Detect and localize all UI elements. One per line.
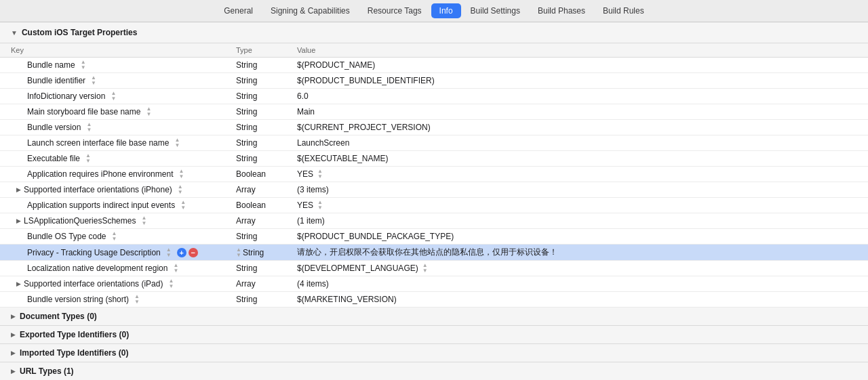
- table-row[interactable]: Bundle OS Type code▲▼String$(PRODUCT_BUN…: [0, 229, 868, 245]
- row-value-1: $(PRODUCT_BUNDLE_IDENTIFIER): [292, 73, 868, 89]
- table-row[interactable]: ▶LSApplicationQueriesSchemes▲▼Array(1 it…: [0, 213, 868, 229]
- row-type-15: String: [231, 292, 292, 308]
- table-row[interactable]: InfoDictionary version▲▼String6.0: [0, 89, 868, 104]
- table-row[interactable]: Executable file▲▼String$(EXECUTABLE_NAME…: [0, 151, 868, 167]
- row-value-text: YES: [297, 169, 313, 179]
- stepper-icon[interactable]: ▲▼: [85, 153, 91, 164]
- row-key-11: Bundle OS Type code▲▼: [0, 229, 231, 245]
- value-stepper-icon[interactable]: ▲▼: [317, 200, 323, 211]
- exported-type-section[interactable]: ▶ Exported Type Identifiers (0): [0, 326, 868, 344]
- custom-ios-header[interactable]: ▼ Custom iOS Target Properties: [0, 22, 868, 43]
- row-type-10: Array: [231, 213, 292, 229]
- row-type-9: Boolean: [231, 198, 292, 213]
- table-row[interactable]: Privacy - Tracking Usage Description▲▼+−…: [0, 245, 868, 261]
- stepper-icon[interactable]: ▲▼: [141, 215, 146, 226]
- tab-resource-tags[interactable]: Resource Tags: [359, 3, 430, 18]
- stepper-icon[interactable]: ▲▼: [166, 247, 172, 258]
- stepper-icon[interactable]: ▲▼: [91, 75, 96, 86]
- row-key-text: LSApplicationQueriesSchemes: [24, 216, 136, 226]
- header-key: Key: [0, 43, 231, 58]
- row-value-14: (4 items): [292, 276, 868, 292]
- table-row[interactable]: Application supports indirect input even…: [0, 198, 868, 213]
- tab-general[interactable]: General: [216, 3, 261, 18]
- tab-signing[interactable]: Signing & Capabilities: [262, 3, 358, 18]
- custom-ios-expand-arrow: ▼: [11, 29, 18, 37]
- row-type-0: String: [231, 58, 292, 73]
- stepper-icon[interactable]: ▲▼: [112, 231, 117, 242]
- row-type-1: String: [231, 73, 292, 89]
- row-key-text: Bundle name: [27, 60, 75, 70]
- table-row[interactable]: Launch screen interface file base name▲▼…: [0, 135, 868, 151]
- row-value-12[interactable]: 请放心，开启权限不会获取你在其他站点的隐私信息，仅用于标识设备！: [292, 245, 868, 261]
- row-type-2: String: [231, 89, 292, 104]
- document-types-arrow: ▶: [11, 313, 16, 320]
- row-value-text: $(PRODUCT_NAME): [297, 60, 375, 70]
- table-row[interactable]: Main storyboard file base name▲▼StringMa…: [0, 104, 868, 120]
- properties-table: Key Type Value Bundle name▲▼String$(PROD…: [0, 43, 868, 308]
- edit-add-icon[interactable]: +: [177, 248, 186, 257]
- row-value-text: $(CURRENT_PROJECT_VERSION): [297, 123, 431, 132]
- custom-ios-section: ▼ Custom iOS Target Properties Key Type …: [0, 22, 868, 308]
- stepper-icon[interactable]: ▲▼: [146, 106, 151, 117]
- edit-remove-icon[interactable]: −: [189, 248, 198, 257]
- value-stepper-icon[interactable]: ▲▼: [317, 169, 323, 180]
- table-row[interactable]: Bundle identifier▲▼String$(PRODUCT_BUNDL…: [0, 73, 868, 89]
- expand-arrow-icon[interactable]: ▶: [16, 217, 21, 224]
- table-row[interactable]: Bundle version string (short)▲▼String$(M…: [0, 292, 868, 308]
- stepper-icon[interactable]: ▲▼: [134, 294, 140, 305]
- table-row[interactable]: ▶Supported interface orientations (iPad)…: [0, 276, 868, 292]
- row-type-13: String: [231, 261, 292, 276]
- expand-arrow-icon[interactable]: ▶: [16, 186, 21, 193]
- row-key-text: Localization native development region: [27, 263, 167, 273]
- row-key-text: Supported interface orientations (iPhone…: [24, 185, 172, 194]
- row-key-text: Main storyboard file base name: [27, 107, 140, 117]
- expand-arrow-icon[interactable]: ▶: [16, 280, 21, 287]
- table-row[interactable]: Localization native development region▲▼…: [0, 261, 868, 276]
- row-type-8: Array: [231, 182, 292, 198]
- row-type-3: String: [231, 104, 292, 120]
- document-types-section[interactable]: ▶ Document Types (0): [0, 308, 868, 326]
- tab-info[interactable]: Info: [431, 3, 461, 18]
- tab-build-rules[interactable]: Build Rules: [595, 3, 652, 18]
- row-key-1: Bundle identifier▲▼: [0, 73, 231, 89]
- row-value-7: YES▲▼: [292, 167, 868, 182]
- row-key-6: Executable file▲▼: [0, 151, 231, 167]
- row-value-text: Main: [297, 107, 315, 117]
- header-type: Type: [231, 43, 292, 58]
- row-value-13: $(DEVELOPMENT_LANGUAGE)▲▼: [292, 261, 868, 276]
- stepper-icon[interactable]: ▲▼: [111, 91, 116, 102]
- row-key-text: InfoDictionary version: [27, 91, 105, 101]
- table-row[interactable]: Bundle version▲▼String$(CURRENT_PROJECT_…: [0, 120, 868, 135]
- row-value-text: (4 items): [297, 279, 329, 289]
- stepper-icon[interactable]: ▲▼: [81, 60, 86, 70]
- header-value: Value: [292, 43, 868, 58]
- row-key-text: Bundle version string (short): [27, 295, 129, 304]
- stepper-icon[interactable]: ▲▼: [178, 169, 184, 180]
- stepper-icon[interactable]: ▲▼: [173, 263, 178, 274]
- row-key-5: Launch screen interface file base name▲▼: [0, 135, 231, 151]
- url-types-section[interactable]: ▶ URL Types (1): [0, 362, 868, 380]
- row-value-10: (1 item): [292, 213, 868, 229]
- row-value-text: $(MARKETING_VERSION): [297, 295, 397, 304]
- row-key-13: Localization native development region▲▼: [0, 261, 231, 276]
- stepper-icon[interactable]: ▲▼: [86, 122, 92, 133]
- table-row[interactable]: Application requires iPhone environment▲…: [0, 167, 868, 182]
- table-row[interactable]: ▶Supported interface orientations (iPhon…: [0, 182, 868, 198]
- stepper-icon[interactable]: ▲▼: [174, 138, 180, 148]
- row-value-text: 请放心，开启权限不会获取你在其他站点的隐私信息，仅用于标识设备！: [297, 247, 557, 258]
- row-value-9: YES▲▼: [292, 198, 868, 213]
- row-value-3: Main: [292, 104, 868, 120]
- table-row[interactable]: Bundle name▲▼String$(PRODUCT_NAME): [0, 58, 868, 73]
- row-key-text: Application requires iPhone environment: [27, 169, 173, 179]
- tab-build-phases[interactable]: Build Phases: [530, 3, 593, 18]
- value-stepper-icon[interactable]: ▲▼: [422, 263, 428, 274]
- type-stepper-icon[interactable]: ▲▼: [236, 247, 241, 258]
- row-key-text: Privacy - Tracking Usage Description: [27, 248, 161, 257]
- stepper-icon[interactable]: ▲▼: [168, 278, 174, 289]
- stepper-icon[interactable]: ▲▼: [180, 200, 186, 211]
- row-value-15: $(MARKETING_VERSION): [292, 292, 868, 308]
- tab-build-settings[interactable]: Build Settings: [462, 3, 528, 18]
- row-type-7: Boolean: [231, 167, 292, 182]
- imported-type-section[interactable]: ▶ Imported Type Identifiers (0): [0, 344, 868, 362]
- stepper-icon[interactable]: ▲▼: [178, 184, 183, 195]
